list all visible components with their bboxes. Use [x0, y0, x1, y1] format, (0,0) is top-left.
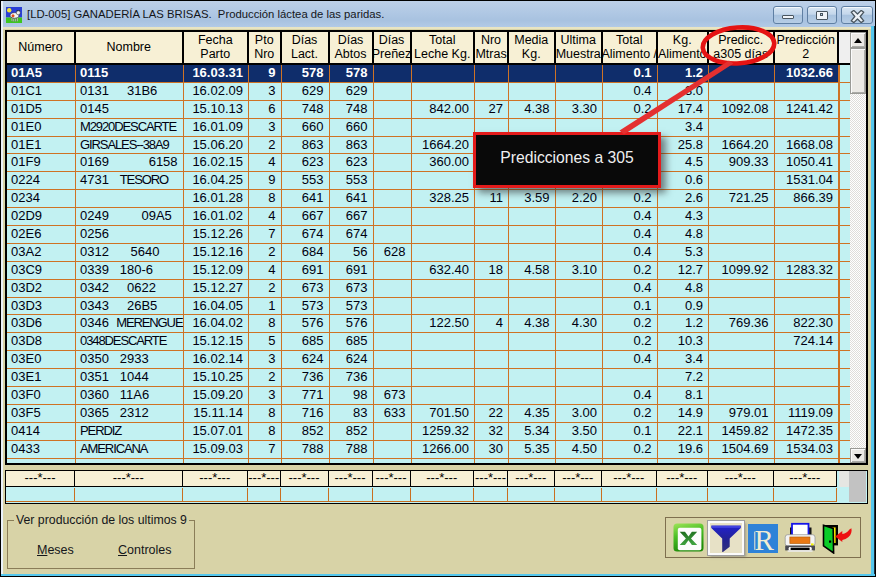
svg-text:R: R — [755, 524, 775, 554]
